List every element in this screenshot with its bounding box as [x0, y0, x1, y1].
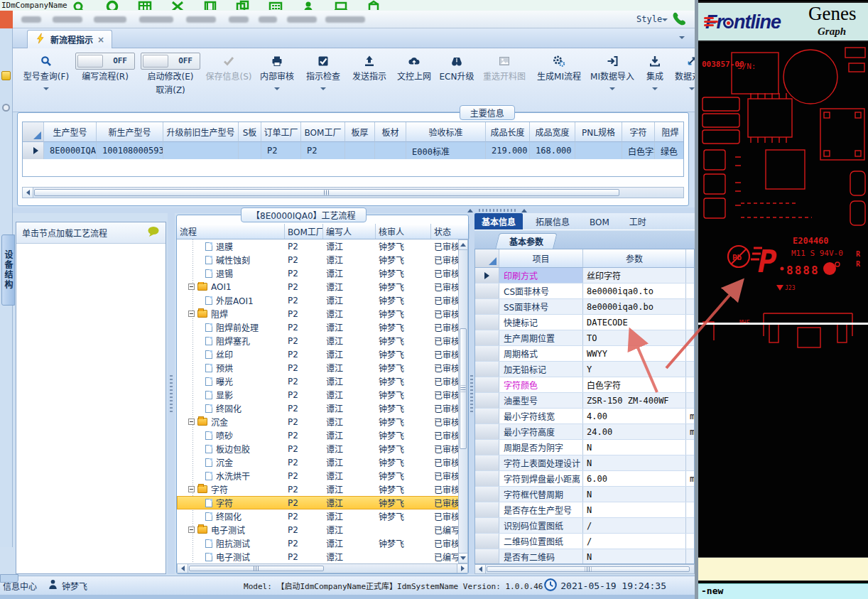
bg-table-icon[interactable]: [137, 0, 153, 10]
scroll-left-button[interactable]: [475, 565, 486, 573]
param-value[interactable]: 8e0000iqa0.bo: [583, 299, 686, 314]
dock-key-icon[interactable]: [1, 71, 11, 80]
param-value[interactable]: 6.00: [583, 471, 686, 486]
scroll-thumb[interactable]: [460, 328, 467, 449]
flow-node-AOI1[interactable]: AOI1P2谭江钟梦飞已审核: [177, 280, 468, 293]
flow-column-header-编写人[interactable]: 编写人: [323, 224, 376, 239]
param-value[interactable]: 4.00: [583, 409, 686, 423]
toolbar-button-7[interactable]: 发送指示: [347, 48, 392, 112]
param-value[interactable]: N: [583, 455, 686, 470]
param-value[interactable]: 24.00: [583, 424, 686, 439]
flow-node-碱性蚀刻[interactable]: 碱性蚀刻P2谭江钟梦飞已审核: [177, 253, 468, 266]
param-row-selector[interactable]: [475, 315, 499, 330]
flow-node-预烘[interactable]: 预烘P2谭江钟梦飞已审核: [177, 361, 468, 374]
bg-monitor-icon[interactable]: [333, 0, 349, 10]
pcb-viewer[interactable]: 003857-00 S/N: R: [698, 43, 868, 557]
style-caret-icon[interactable]: [662, 18, 668, 21]
param-row-字符上表面处理设计[interactable]: 字符上表面处理设计N: [475, 455, 694, 471]
splitter-up-icon2[interactable]: [521, 209, 527, 212]
flow-node-退膜[interactable]: 退膜P2谭江钟梦飞已审核: [177, 239, 468, 253]
tab-list-caret-icon[interactable]: [679, 36, 685, 39]
param-row-字符颜色[interactable]: 字符颜色白色字符: [475, 377, 694, 393]
flow-node-阻焊前处理[interactable]: 阻焊前处理P2谭江钟梦飞已审核: [177, 320, 468, 334]
bg-film-icon[interactable]: [202, 0, 218, 10]
param-row-加无铅标记[interactable]: 加无铅标记Y: [475, 362, 694, 377]
tree-expander-icon[interactable]: [188, 527, 195, 533]
param-value[interactable]: /: [583, 518, 686, 533]
column-header-订单工厂[interactable]: 订单工厂: [261, 122, 301, 142]
toolbar-button-9[interactable]: ECN升级: [436, 48, 477, 112]
tab-close-icon[interactable]: ×: [97, 36, 104, 43]
flow-node-沉金[interactable]: 沉金P2谭江钟梦飞已审核: [177, 455, 468, 469]
detail-tab-工时[interactable]: 工时: [622, 213, 653, 230]
bg-ring-icon[interactable]: [104, 0, 120, 10]
param-value[interactable]: DATECODE: [583, 315, 686, 330]
param-row-selector[interactable]: [475, 534, 499, 549]
param-value[interactable]: N: [583, 549, 686, 564]
param-row-selector[interactable]: [475, 424, 499, 439]
param-value[interactable]: WWYY: [583, 346, 686, 361]
column-header-BOM工厂[interactable]: BOM工厂: [301, 122, 345, 142]
tree-expander-icon[interactable]: [188, 284, 195, 290]
row-selector[interactable]: [23, 142, 44, 159]
column-header-验收标准[interactable]: 验收标准: [406, 122, 486, 142]
param-value[interactable]: TO: [583, 330, 686, 345]
blurred-menu-item[interactable]: [229, 16, 249, 23]
param-row-selector[interactable]: [475, 502, 499, 517]
toggle-thumb[interactable]: [143, 55, 168, 68]
param-column-header-参数[interactable]: 参数: [583, 249, 686, 267]
column-header-生产型号[interactable]: 生产型号: [44, 122, 97, 142]
tab-new-flow-instruction[interactable]: 新流程指示 ×: [27, 30, 112, 48]
scroll-thumb[interactable]: [34, 189, 619, 196]
param-row-SS面菲林号[interactable]: SS面菲林号8e0000iqa0.bo: [475, 299, 694, 315]
param-row-快捷标记[interactable]: 快捷标记DATECODE: [475, 315, 694, 330]
tab-basic-params[interactable]: 基本参数: [495, 233, 558, 249]
column-header-升级前旧生产型号[interactable]: 升级前旧生产型号: [163, 122, 239, 142]
flow-node-字符[interactable]: 字符P2谭江钟梦飞已审核: [177, 482, 468, 496]
product-table-hscrollbar[interactable]: [22, 187, 684, 198]
toolbar-button-13[interactable]: 集成: [638, 48, 672, 112]
style-menu[interactable]: Style: [636, 14, 662, 24]
tree-expander-icon[interactable]: [188, 311, 195, 317]
column-header-PNL规格[interactable]: PNL规格: [575, 122, 622, 142]
param-row-selector[interactable]: [475, 409, 499, 423]
param-row-selector[interactable]: [475, 299, 499, 314]
blurred-menu-item[interactable]: [139, 16, 173, 23]
flow-node-水洗烘干[interactable]: 水洗烘干P2谭江钟梦飞已审核: [177, 469, 468, 482]
dock-clock-icon[interactable]: [2, 104, 10, 112]
flow-node-丝印[interactable]: 丝印P2谭江钟梦飞已审核: [177, 347, 468, 361]
device-structure-tab[interactable]: 设备结构: [1, 234, 15, 306]
detail-tab-基本信息[interactable]: 基本信息: [474, 213, 523, 230]
blurred-menu-item[interactable]: [287, 16, 317, 23]
splitter-up-icon[interactable]: [467, 209, 473, 212]
flow-node-阻抗测试[interactable]: 阻抗测试P2谭江钟梦飞已审核: [177, 536, 468, 550]
param-row-最小字符线宽[interactable]: 最小字符线宽4.00mil: [475, 409, 694, 424]
flow-node-电子测试[interactable]: 电子测试P2谭江已编写: [177, 550, 468, 563]
param-row-字符框代替周期[interactable]: 字符框代替周期N: [475, 487, 694, 502]
blurred-menu-item[interactable]: [53, 16, 82, 23]
blurred-menu-item[interactable]: [94, 16, 126, 23]
parameter-hscrollbar[interactable]: [474, 564, 695, 574]
blurred-menu-item[interactable]: [259, 16, 277, 23]
flow-node-阻焊塞孔[interactable]: 阻焊塞孔P2谭江钟梦飞已审核: [177, 334, 468, 347]
vertical-splitter-right[interactable]: [468, 213, 474, 574]
flow-column-header-状态[interactable]: 状态: [431, 224, 470, 239]
flow-column-header-核审人[interactable]: 核审人: [376, 224, 431, 239]
toggle-switch[interactable]: OFF: [75, 53, 135, 70]
param-row-selector[interactable]: [475, 393, 499, 408]
column-header-阻焊[interactable]: 阻焊: [655, 122, 684, 142]
param-row-selector[interactable]: [475, 518, 499, 533]
blurred-menu-item[interactable]: [186, 16, 216, 23]
param-value[interactable]: N: [583, 487, 686, 502]
param-row-selector[interactable]: [475, 362, 499, 377]
param-row-selector[interactable]: [475, 471, 499, 486]
param-row-selector[interactable]: [475, 487, 499, 502]
toolbar-button-4[interactable]: 保存信息(S): [203, 48, 254, 112]
flow-node-电子测试[interactable]: 电子测试P2谭江已编写: [177, 523, 468, 536]
param-row-是否有二维码[interactable]: 是否有二维码N: [475, 549, 694, 564]
param-row-是否存在生产型号[interactable]: 是否存在生产型号N: [475, 502, 694, 518]
param-row-二维码位置图纸[interactable]: 二维码位置图纸/: [475, 534, 694, 549]
dropdown-caret-icon[interactable]: [689, 87, 695, 90]
param-value[interactable]: Y: [583, 362, 686, 377]
toolbar-button-10[interactable]: 重选开料图: [477, 48, 531, 112]
